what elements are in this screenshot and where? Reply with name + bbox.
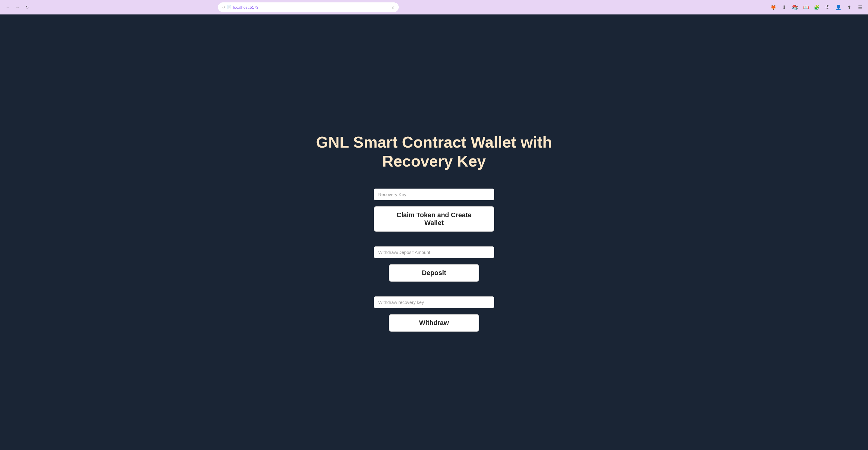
account-icon[interactable]: 👤 [834, 3, 843, 11]
forward-button[interactable]: → [13, 3, 22, 11]
menu-icon[interactable]: ☰ [856, 3, 864, 11]
main-content: GNL Smart Contract Wallet with Recovery … [0, 14, 868, 450]
deposit-amount-input[interactable] [374, 246, 494, 258]
divider-1 [374, 239, 494, 239]
browser-toolbar: 🦊 ⬇ 📚 📖 🧩 ⏱ 👤 ⬆ ☰ [769, 3, 864, 11]
back-icon: ← [6, 5, 10, 10]
recovery-key-input[interactable] [374, 189, 494, 200]
form-container: Claim Token and Create Wallet Deposit Wi… [374, 189, 494, 332]
extensions-icon[interactable]: 🧩 [812, 3, 821, 11]
url-text: localhost:5173 [233, 5, 390, 10]
reload-button[interactable]: ↻ [23, 3, 31, 11]
reader-icon[interactable]: 📖 [802, 3, 810, 11]
browser-chrome: ← → ↻ 🛡 📄 localhost:5173 ☆ 🦊 ⬇ 📚 📖 🧩 ⏱ 👤… [0, 0, 868, 14]
upload-icon[interactable]: ⬆ [845, 3, 854, 11]
deposit-button[interactable]: Deposit [389, 264, 479, 282]
address-bar[interactable]: 🛡 📄 localhost:5173 ☆ [218, 2, 399, 12]
reload-icon: ↻ [25, 5, 29, 10]
claim-token-button[interactable]: Claim Token and Create Wallet [374, 206, 494, 232]
download-icon[interactable]: ⬇ [780, 3, 788, 11]
withdraw-button[interactable]: Withdraw [389, 314, 479, 332]
page-icon: 📄 [227, 5, 231, 9]
back-button[interactable]: ← [4, 3, 12, 11]
forward-icon: → [16, 5, 20, 10]
pocket-icon[interactable]: 🦊 [769, 3, 778, 11]
bookmark-icon[interactable]: ☆ [391, 5, 395, 10]
timer-icon[interactable]: ⏱ [824, 3, 832, 11]
nav-buttons: ← → ↻ [4, 3, 31, 11]
library-icon[interactable]: 📚 [791, 3, 799, 11]
page-title: GNL Smart Contract Wallet with Recovery … [299, 133, 569, 170]
withdraw-recovery-key-input[interactable] [374, 296, 494, 308]
security-icon: 🛡 [221, 5, 225, 9]
